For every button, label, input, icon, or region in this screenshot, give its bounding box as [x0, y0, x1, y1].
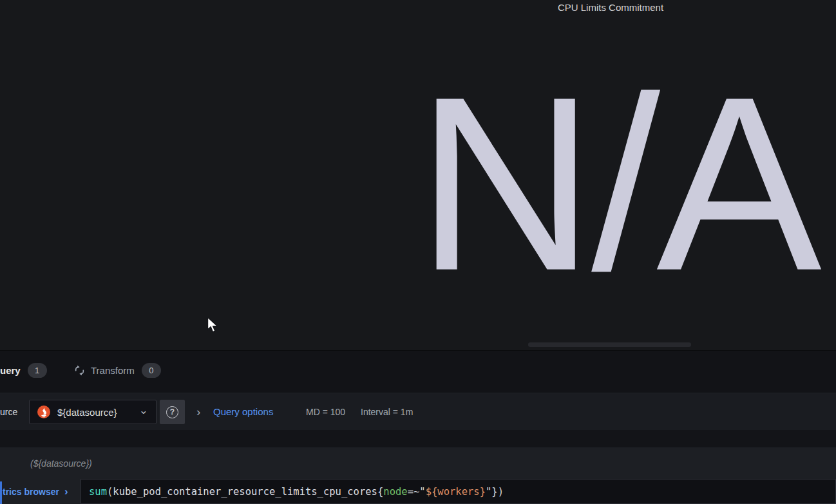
help-icon: ?	[166, 406, 178, 418]
transform-icon	[74, 365, 85, 376]
datasource-picker[interactable]: ${datasource} ⌄	[29, 400, 157, 424]
query-row-datasource-header: (${datasource})	[30, 447, 92, 479]
datasource-help-button[interactable]: ?	[160, 400, 185, 424]
tab-query-label: uery	[0, 365, 21, 376]
panel-title: CPU Limits Commitment	[558, 2, 663, 13]
editor-tabbar: uery 1 Transform 0	[0, 351, 836, 393]
promql-code: sum(kube_pod_container_resource_limits_c…	[89, 486, 504, 498]
chevron-down-icon: ⌄	[139, 405, 148, 416]
datasource-label: urce	[0, 393, 17, 430]
datasource-row: urce ${datasource} ⌄ ? › Query options M…	[0, 393, 836, 430]
metrics-browser-label: trics browser	[3, 487, 59, 497]
chevron-right-icon: ›	[64, 485, 68, 498]
horizontal-scrollbar[interactable]	[528, 342, 691, 347]
tab-query-count-badge: 1	[28, 363, 47, 378]
tab-query[interactable]: uery 1	[0, 351, 47, 389]
panel-visualization: CPU Limits Commitment N/A	[0, 0, 836, 351]
query-editor-card: (${datasource}) trics browser › sum(kube…	[0, 447, 836, 504]
tab-transform-count-badge: 0	[142, 363, 161, 378]
tab-transform-label: Transform	[91, 365, 135, 376]
tab-transform[interactable]: Transform 0	[74, 351, 161, 389]
stat-no-data-value: N/A	[416, 60, 818, 308]
query-options-button[interactable]: Query options	[213, 393, 273, 430]
query-editor-strip: trics browser › sum(kube_pod_container_r…	[0, 479, 836, 504]
interval-summary: Interval = 1m	[361, 393, 413, 430]
grafana-panel-edit-screen: CPU Limits Commitment N/A uery 1	[0, 0, 836, 504]
mouse-cursor-icon	[207, 317, 220, 337]
datasource-picker-value: ${datasource}	[57, 407, 139, 418]
metrics-browser-button[interactable]: trics browser ›	[0, 479, 68, 504]
promql-code-input[interactable]: sum(kube_pod_container_resource_limits_c…	[81, 479, 836, 504]
max-data-points-summary: MD = 100	[306, 393, 345, 430]
query-options-chevron-icon[interactable]: ›	[196, 393, 200, 430]
prometheus-icon	[37, 406, 50, 418]
